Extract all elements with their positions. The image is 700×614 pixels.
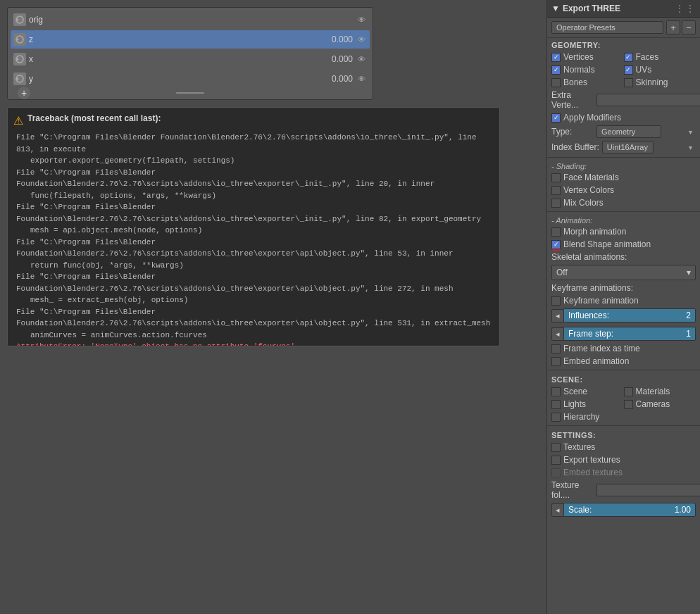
index-buffer-label: Index Buffer: bbox=[551, 142, 599, 152]
tb-line-2: exporter.export_geometry(filepath, setti… bbox=[16, 155, 494, 167]
embed-textures-label: Embed textures bbox=[563, 468, 623, 477]
preset-add-button[interactable]: + bbox=[666, 20, 680, 35]
skeletal-animations-label-row: Skeletal animations: bbox=[547, 251, 700, 263]
shape-key-row-z[interactable]: z 0.000 👁 bbox=[11, 30, 370, 49]
type-select-wrapper: Geometry BufferGeometry bbox=[596, 125, 696, 138]
panel-title-text: Export THREE bbox=[563, 4, 620, 13]
textures-row: Textures bbox=[547, 441, 700, 453]
index-buffer-select-wrapper: Uint16Array Uint32Array bbox=[602, 141, 696, 154]
scene-section-label: SCENE: bbox=[547, 372, 700, 385]
vertex-colors-label: Vertex Colors bbox=[563, 185, 614, 195]
materials-col: Materials bbox=[624, 387, 696, 396]
export-textures-label: Export textures bbox=[563, 455, 620, 465]
svg-point-5 bbox=[17, 58, 19, 61]
shape-key-row-y[interactable]: y 0.000 👁 bbox=[11, 70, 370, 88]
mix-colors-checkbox[interactable] bbox=[551, 199, 561, 208]
texture-fol-label: Texture fol.... bbox=[551, 480, 594, 500]
extra-verte-row: Extra Verte... bbox=[547, 89, 700, 111]
scale-collapse-button[interactable]: ◂ bbox=[551, 503, 563, 517]
frame-step-value: 1 bbox=[686, 329, 691, 339]
vertices-label: Vertices bbox=[563, 52, 594, 62]
uvs-checkbox[interactable] bbox=[624, 65, 633, 75]
frame-step-row: ◂ Frame step: 1 bbox=[547, 325, 700, 342]
type-select[interactable]: Geometry BufferGeometry bbox=[596, 125, 661, 138]
traceback-header: ⚠ Traceback (most recent call last): bbox=[13, 113, 494, 127]
influences-field[interactable]: Influences: 2 bbox=[563, 308, 696, 322]
shape-key-row-x[interactable]: x 0.000 👁 bbox=[11, 50, 370, 68]
materials-checkbox[interactable] bbox=[624, 387, 633, 396]
lights-checkbox[interactable] bbox=[551, 400, 561, 409]
operator-presets-label[interactable]: Operator Presets bbox=[551, 21, 663, 34]
blend-shape-animation-row: Blend Shape animation bbox=[547, 238, 700, 251]
frame-index-as-time-checkbox[interactable] bbox=[551, 344, 561, 353]
cameras-checkbox[interactable] bbox=[624, 400, 633, 409]
embed-animation-checkbox[interactable] bbox=[551, 357, 561, 366]
eye-icon-orig[interactable]: 👁 bbox=[356, 15, 367, 24]
lights-label: Lights bbox=[563, 399, 586, 409]
texture-fol-input[interactable] bbox=[596, 484, 700, 496]
bones-label: Bones bbox=[563, 77, 587, 87]
tb-line-7: File "C:\Program Files\Blender Foundatio… bbox=[16, 238, 454, 258]
export-textures-checkbox[interactable] bbox=[551, 456, 561, 465]
frame-step-collapse-button[interactable]: ◂ bbox=[551, 327, 563, 341]
shape-key-row-orig[interactable]: orig 👁 bbox=[11, 11, 370, 29]
eye-icon-z[interactable]: 👁 bbox=[356, 35, 367, 44]
textures-checkbox[interactable] bbox=[551, 443, 561, 452]
shape-key-label-y: y bbox=[29, 74, 322, 84]
skeletal-dropdown[interactable]: Off ▾ bbox=[551, 265, 696, 280]
extra-verte-input[interactable] bbox=[596, 94, 700, 106]
blend-shape-animation-checkbox[interactable] bbox=[551, 240, 561, 249]
animation-section-label: - Animation: bbox=[547, 214, 700, 225]
hierarchy-checkbox[interactable] bbox=[551, 413, 561, 422]
vertices-checkbox[interactable] bbox=[551, 53, 561, 62]
influences-row: ◂ Influences: 2 bbox=[547, 307, 700, 324]
divider-3 bbox=[547, 370, 700, 370]
cameras-col: Cameras bbox=[624, 399, 696, 409]
scale-field[interactable]: Scale: 1.00 bbox=[563, 503, 696, 517]
bones-col: Bones bbox=[551, 77, 624, 87]
faces-checkbox[interactable] bbox=[624, 53, 633, 62]
normals-uvs-row: Normals UVs bbox=[547, 63, 700, 76]
embed-animation-label: Embed animation bbox=[563, 356, 629, 366]
index-buffer-select[interactable]: Uint16Array Uint32Array bbox=[602, 141, 654, 154]
bones-skinning-row: Bones Skinning bbox=[547, 76, 700, 89]
apply-modifiers-checkbox[interactable] bbox=[551, 113, 561, 123]
skeletal-dropdown-arrow: ▾ bbox=[687, 268, 691, 277]
face-materials-row: Face Materials bbox=[547, 171, 700, 184]
tb-line-3: File "C:\Program Files\Blender Foundatio… bbox=[16, 168, 435, 189]
face-materials-checkbox[interactable] bbox=[551, 173, 561, 182]
divider-1 bbox=[547, 157, 700, 158]
eye-icon-x[interactable]: 👁 bbox=[356, 55, 367, 63]
frame-step-field[interactable]: Frame step: 1 bbox=[563, 327, 696, 341]
svg-point-1 bbox=[17, 19, 19, 21]
tb-line-1: File "C:\Program Files\Blender Foundatio… bbox=[16, 133, 477, 154]
divider-4 bbox=[547, 425, 700, 426]
right-panel: ▼ Export THREE ⋮⋮ Operator Presets + − G… bbox=[546, 0, 700, 614]
preset-remove-button[interactable]: − bbox=[682, 20, 696, 35]
skinning-checkbox[interactable] bbox=[624, 78, 633, 87]
tb-line-11: File "C:\Program Files\Blender Foundatio… bbox=[16, 308, 490, 328]
lights-col: Lights bbox=[551, 399, 624, 409]
bones-checkbox[interactable] bbox=[551, 78, 561, 87]
morph-animation-checkbox[interactable] bbox=[551, 227, 561, 237]
scale-value: 1.00 bbox=[675, 505, 691, 515]
tb-line-10: mesh_ = extract_mesh(obj, options) bbox=[16, 294, 494, 306]
embed-textures-row: Embed textures bbox=[547, 466, 700, 479]
panel-title-arrow: ▼ bbox=[551, 4, 560, 13]
blend-shape-animation-label: Blend Shape animation bbox=[563, 239, 651, 249]
eye-icon-y[interactable]: 👁 bbox=[356, 75, 367, 83]
vertices-col: Vertices bbox=[551, 52, 624, 62]
morph-animation-label: Morph animation bbox=[563, 227, 626, 237]
keyframe-animation-checkbox[interactable] bbox=[551, 296, 561, 306]
scene-checkbox[interactable] bbox=[551, 387, 561, 396]
normals-checkbox[interactable] bbox=[551, 65, 561, 75]
traceback-content: File "C:\Program Files\Blender Foundatio… bbox=[13, 132, 494, 346]
add-shape-key-button[interactable]: + bbox=[18, 87, 30, 99]
lights-cameras-row: Lights Cameras bbox=[547, 398, 700, 411]
skinning-col: Skinning bbox=[624, 77, 696, 87]
mix-colors-label: Mix Colors bbox=[563, 198, 604, 208]
influences-collapse-button[interactable]: ◂ bbox=[551, 309, 563, 322]
faces-col: Faces bbox=[624, 52, 696, 62]
hierarchy-row: Hierarchy bbox=[547, 411, 700, 423]
vertex-colors-checkbox[interactable] bbox=[551, 186, 561, 195]
